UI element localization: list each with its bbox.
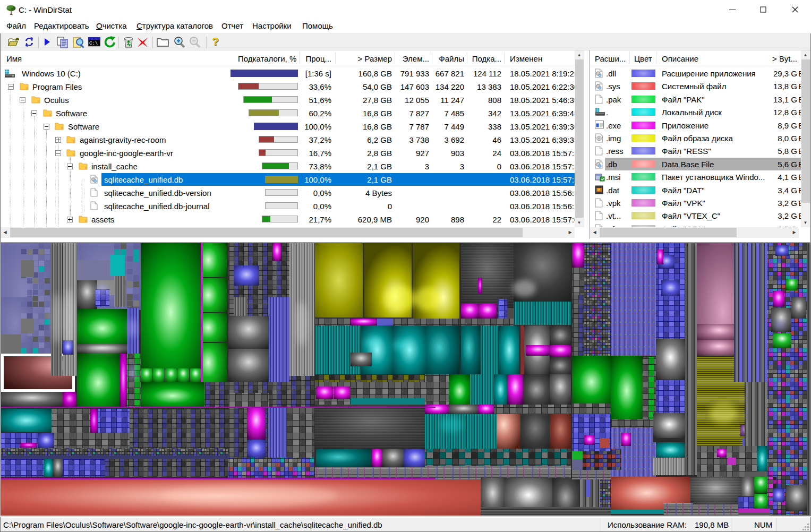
svg-text:C:\: C:\ <box>89 41 98 46</box>
